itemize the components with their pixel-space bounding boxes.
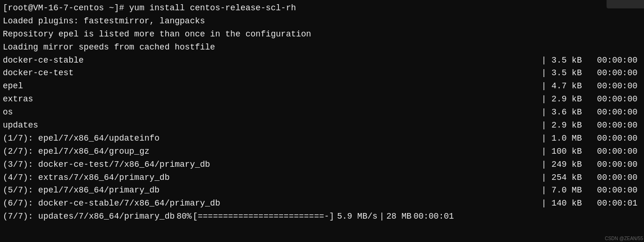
fetch-3-7-text: (3/7): docker-ce-test/7/x86_64/primary_d… [3, 158, 520, 171]
terminal-line: (5/7): epel/7/x86_64/primary_db | 7.0 MB… [3, 184, 641, 197]
fetch-3-7-size: | 249 kB 00:00:00 [520, 158, 641, 171]
progress-bar: [=========================- [192, 210, 329, 223]
updates-text: updates [3, 119, 520, 132]
terminal-line: docker-ce-stable | 3.5 kB 00:00:00 [3, 54, 641, 67]
terminal-line: updates | 2.9 kB 00:00:00 [3, 119, 641, 132]
fetch-6-7-text: (6/7): docker-ce-stable/7/x86_64/primary… [3, 197, 520, 210]
docker-ce-stable-size: | 3.5 kB 00:00:00 [520, 54, 641, 67]
fetch-1-7-size: | 1.0 MB 00:00:00 [520, 132, 641, 145]
progress-bar-end: ] [329, 210, 334, 223]
terminal-line: Loading mirror speeds from cached hostfi… [3, 41, 641, 54]
prompt-text: [root@VM-16-7-centos ~]# yum install cen… [3, 2, 641, 15]
fetch-1-7-text: (1/7): epel/7/x86_64/updateinfo [3, 132, 520, 145]
updates-size: | 2.9 kB 00:00:00 [520, 119, 641, 132]
corner-decoration-top [607, 0, 644, 8]
docker-ce-test-size: | 3.5 kB 00:00:00 [520, 67, 641, 80]
watermark: CSDN @ZEAN/55 [605, 236, 643, 241]
terminal-line: (4/7): extras/7/x86_64/primary_db | 254 … [3, 171, 641, 185]
terminal-window: [root@VM-16-7-centos ~]# yum install cen… [0, 0, 644, 242]
extras-size: | 2.9 kB 00:00:00 [520, 93, 641, 106]
terminal-line: [root@VM-16-7-centos ~]# yum install cen… [3, 2, 641, 15]
fetch-6-7-size: | 140 kB 00:00:01 [520, 197, 641, 210]
os-text: os [3, 106, 520, 119]
fetch-5-7-text: (5/7): epel/7/x86_64/primary_db [3, 184, 520, 197]
docker-ce-stable-text: docker-ce-stable [3, 54, 520, 67]
loaded-plugins-text: Loaded plugins: fastestmirror, langpacks [3, 15, 641, 28]
progress-time: 00:00:01 [411, 210, 454, 223]
fetch-7-7-label: (7/7): updates/7/x86_64/primary_db [3, 210, 175, 223]
terminal-line: (2/7): epel/7/x86_64/group_gz | 100 kB 0… [3, 145, 641, 158]
epel-size: | 4.7 kB 00:00:00 [520, 80, 641, 93]
epel-text: epel [3, 80, 520, 93]
fetch-4-7-text: (4/7): extras/7/x86_64/primary_db [3, 171, 520, 185]
terminal-line: (3/7): docker-ce-test/7/x86_64/primary_d… [3, 158, 641, 171]
progress-line: (7/7): updates/7/x86_64/primary_db 80% [… [3, 210, 641, 223]
docker-ce-test-text: docker-ce-test [3, 67, 520, 80]
terminal-line: epel | 4.7 kB 00:00:00 [3, 80, 641, 93]
terminal-line: (1/7): epel/7/x86_64/updateinfo | 1.0 MB… [3, 132, 641, 145]
progress-size: 28 MB [384, 210, 411, 223]
terminal-line: Repository epel is listed more than once… [3, 28, 641, 41]
terminal-line: Loaded plugins: fastestmirror, langpacks [3, 15, 641, 28]
terminal-line: docker-ce-test | 3.5 kB 00:00:00 [3, 67, 641, 80]
terminal-line: (6/7): docker-ce-stable/7/x86_64/primary… [3, 197, 641, 210]
progress-speed: 5.9 MB/s [334, 210, 377, 223]
fetch-2-7-text: (2/7): epel/7/x86_64/group_gz [3, 145, 520, 158]
fetch-4-7-size: | 254 kB 00:00:00 [520, 171, 641, 185]
fetch-2-7-size: | 100 kB 00:00:00 [520, 145, 641, 158]
progress-pct: 80% [175, 210, 191, 223]
terminal-line: extras | 2.9 kB 00:00:00 [3, 93, 641, 106]
loading-mirror-text: Loading mirror speeds from cached hostfi… [3, 41, 641, 54]
fetch-5-7-size: | 7.0 MB 00:00:00 [520, 184, 641, 197]
extras-text: extras [3, 93, 520, 106]
repo-epel-text: Repository epel is listed more than once… [3, 28, 641, 41]
os-size: | 3.6 kB 00:00:00 [520, 106, 641, 119]
terminal-line: os | 3.6 kB 00:00:00 [3, 106, 641, 119]
